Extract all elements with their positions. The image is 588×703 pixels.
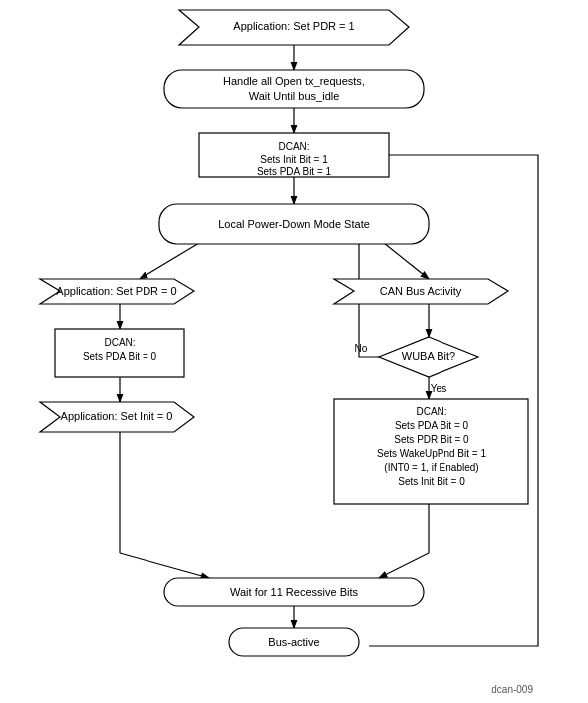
set-pdr-node: Application: Set PDR = 1 (179, 10, 409, 45)
bus-active-label: Bus-active (268, 636, 319, 648)
dcan-sets-label4: Sets WakeUpPnd Bit = 1 (377, 448, 486, 459)
dcan-sets-label5: (INT0 = 1, if Enabled) (384, 462, 478, 473)
dcan-pda-label2: Sets PDA Bit = 0 (83, 351, 157, 362)
wait-recessive-node: Wait for 11 Recessive Bits (164, 578, 424, 606)
wuba-bit-label: WUBA Bit? (402, 350, 455, 362)
dcan-sets-label6: Sets Init Bit = 0 (398, 476, 465, 487)
dcan-sets-label1: DCAN: (416, 406, 446, 417)
set-init-0-node: Application: Set Init = 0 (40, 402, 194, 432)
wuba-bit-node: WUBA Bit? (379, 337, 478, 377)
diagram-container: Application: Set PDR = 1 Handle all Open… (0, 0, 588, 703)
dcan-sets-node: DCAN: Sets PDA Bit = 0 Sets PDR Bit = 0 … (334, 399, 528, 504)
set-pdr-0-node: Application: Set PDR = 0 (40, 279, 194, 304)
bus-active-node: Bus-active (229, 628, 359, 656)
dcan-sets-label3: Sets PDR Bit = 0 (394, 434, 469, 445)
watermark: dcan-009 (491, 684, 533, 695)
dcan-init-label3: Sets PDA Bit = 1 (257, 166, 332, 176)
wuba-no-label: No (355, 343, 368, 354)
set-pdr-label: Application: Set PDR = 1 (233, 20, 354, 32)
local-power-down-node: Local Power-Down Mode State (159, 204, 429, 244)
wuba-yes-label: Yes (431, 383, 446, 394)
handle-open-node: Handle all Open tx_requests, Wait Until … (164, 70, 424, 108)
set-pdr-0-label: Application: Set PDR = 0 (56, 285, 176, 297)
set-init-0-label: Application: Set Init = 0 (61, 410, 173, 422)
local-power-down-label: Local Power-Down Mode State (218, 218, 370, 230)
dcan-init-label2: Sets Init Bit = 1 (260, 154, 328, 165)
dcan-pda-label1: DCAN: (104, 337, 135, 348)
handle-open-label1: Handle all Open tx_requests, (223, 75, 365, 87)
dcan-pda-node: DCAN: Sets PDA Bit = 0 (55, 329, 184, 377)
can-bus-activity-node: CAN Bus Activity (334, 279, 508, 304)
svg-line-12 (120, 553, 209, 578)
svg-line-14 (379, 553, 429, 578)
wait-recessive-label: Wait for 11 Recessive Bits (230, 586, 358, 598)
dcan-init-node: DCAN: Sets Init Bit = 1 Sets PDA Bit = 1 (199, 133, 389, 177)
handle-open-label2: Wait Until bus_idle (249, 90, 340, 102)
dcan-init-label1: DCAN: (278, 141, 309, 152)
dcan-sets-label2: Sets PDA Bit = 0 (395, 420, 469, 431)
can-bus-activity-label: CAN Bus Activity (380, 285, 462, 297)
